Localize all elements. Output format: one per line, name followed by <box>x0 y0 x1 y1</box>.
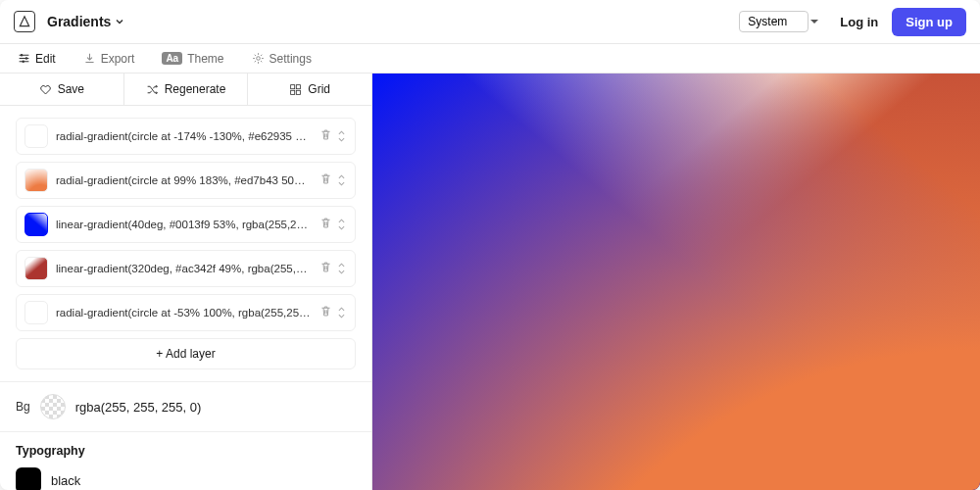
arrow-down-icon[interactable] <box>336 269 347 275</box>
svg-rect-5 <box>297 84 301 88</box>
font-select[interactable]: System <box>739 11 808 32</box>
svg-point-1 <box>25 57 27 59</box>
reorder-arrows <box>336 218 347 231</box>
layer-css-text: linear-gradient(40deg, #0013f9 53%, rgba… <box>56 219 312 230</box>
toolbar-theme-label: Theme <box>187 52 223 66</box>
sliders-icon <box>18 52 30 65</box>
arrow-down-icon[interactable] <box>336 180 347 187</box>
font-select-wrap[interactable]: System <box>739 11 824 32</box>
grid-button[interactable]: Grid <box>248 74 371 105</box>
page-title[interactable]: Gradients <box>47 14 124 29</box>
text-color-name: black <box>51 473 80 488</box>
page-title-text: Gradients <box>47 14 111 29</box>
regenerate-label: Regenerate <box>165 82 226 96</box>
toolbar-theme[interactable]: Aa Theme <box>162 52 223 66</box>
trash-icon <box>319 172 332 185</box>
trash-icon <box>319 128 332 141</box>
bg-value: rgba(255, 255, 255, 0) <box>75 400 202 415</box>
layer-controls <box>319 305 347 320</box>
svg-point-0 <box>21 54 23 56</box>
arrow-up-icon[interactable] <box>336 129 347 136</box>
toolbar-export[interactable]: Export <box>83 52 135 66</box>
save-label: Save <box>58 82 84 96</box>
reorder-arrows <box>336 306 347 319</box>
gear-icon <box>252 52 265 65</box>
theme-badge-icon: Aa <box>162 52 182 65</box>
layer-css-text: radial-gradient(circle at 99% 183%, #ed7… <box>56 174 312 186</box>
layer-swatch[interactable] <box>24 257 48 280</box>
typography-section: Typography black Text <box>0 431 371 490</box>
heart-icon <box>39 83 52 96</box>
delete-layer-button[interactable] <box>319 128 332 144</box>
layer-css-text: linear-gradient(320deg, #ac342f 49%, rgb… <box>56 263 312 274</box>
layer-controls <box>319 128 347 144</box>
background-row[interactable]: Bg rgba(255, 255, 255, 0) <box>0 381 371 431</box>
trash-icon <box>319 261 332 273</box>
toolbar-settings-label: Settings <box>270 52 312 66</box>
delete-layer-button[interactable] <box>319 172 332 188</box>
layer-swatch[interactable] <box>24 301 48 324</box>
chevron-down-icon <box>115 17 124 26</box>
login-link[interactable]: Log in <box>840 15 878 29</box>
shuffle-icon <box>146 83 159 96</box>
grid-icon <box>289 83 302 96</box>
arrow-up-icon[interactable] <box>336 173 347 180</box>
layer-swatch[interactable] <box>24 124 48 148</box>
svg-rect-4 <box>291 84 295 88</box>
grid-label: Grid <box>308 82 330 96</box>
trash-icon <box>319 217 332 229</box>
reorder-arrows <box>336 129 347 143</box>
arrow-down-icon[interactable] <box>336 313 347 319</box>
layer-row[interactable]: radial-gradient(circle at 99% 183%, #ed7… <box>16 162 356 199</box>
reorder-arrows <box>336 173 347 187</box>
layers-list: radial-gradient(circle at -174% -130%, #… <box>0 106 371 381</box>
bg-label: Bg <box>16 400 30 414</box>
layer-swatch[interactable] <box>24 169 48 192</box>
arrow-up-icon[interactable] <box>336 306 347 313</box>
main: Save Regenerate Grid radial-gradient(cir… <box>0 74 980 490</box>
app-logo <box>14 11 35 32</box>
signup-button[interactable]: Sign up <box>892 8 966 36</box>
arrow-up-icon[interactable] <box>336 262 347 269</box>
gradient-preview <box>372 74 980 490</box>
trash-icon <box>319 305 332 318</box>
delete-layer-button[interactable] <box>319 261 332 276</box>
toolbar: Edit Export Aa Theme Settings <box>0 44 980 74</box>
layer-css-text: radial-gradient(circle at -53% 100%, rgb… <box>56 307 312 318</box>
preview-canvas <box>372 74 980 490</box>
layer-row[interactable]: radial-gradient(circle at -53% 100%, rgb… <box>16 294 356 331</box>
save-button[interactable]: Save <box>0 74 124 105</box>
layer-row[interactable]: linear-gradient(40deg, #0013f9 53%, rgba… <box>16 206 356 243</box>
svg-rect-6 <box>291 90 295 94</box>
arrow-up-icon[interactable] <box>336 218 347 224</box>
svg-rect-7 <box>297 90 301 94</box>
svg-point-3 <box>256 57 260 61</box>
text-color-row[interactable]: black <box>16 467 356 490</box>
layer-swatch[interactable] <box>24 213 48 236</box>
layer-css-text: radial-gradient(circle at -174% -130%, #… <box>56 130 312 142</box>
add-layer-button[interactable]: + Add layer <box>16 338 356 369</box>
action-row: Save Regenerate Grid <box>0 74 371 106</box>
layer-row[interactable]: radial-gradient(circle at -174% -130%, #… <box>16 118 356 155</box>
toolbar-settings[interactable]: Settings <box>252 52 312 66</box>
delete-layer-button[interactable] <box>319 305 332 320</box>
download-icon <box>83 52 96 65</box>
layer-row[interactable]: linear-gradient(320deg, #ac342f 49%, rgb… <box>16 250 356 287</box>
svg-point-2 <box>22 61 24 63</box>
app-header: Gradients System Log in Sign up <box>0 0 980 44</box>
layer-controls <box>319 172 347 188</box>
toolbar-export-label: Export <box>101 52 135 66</box>
layer-controls <box>319 217 347 232</box>
sidebar: Save Regenerate Grid radial-gradient(cir… <box>0 74 372 490</box>
bg-swatch[interactable] <box>40 394 66 419</box>
arrow-down-icon[interactable] <box>336 224 347 231</box>
regenerate-button[interactable]: Regenerate <box>124 74 249 105</box>
text-color-swatch[interactable] <box>16 467 41 490</box>
toolbar-edit[interactable]: Edit <box>18 52 56 66</box>
typography-heading: Typography <box>16 444 356 458</box>
arrow-down-icon[interactable] <box>336 136 347 143</box>
delete-layer-button[interactable] <box>319 217 332 232</box>
reorder-arrows <box>336 262 347 275</box>
toolbar-edit-label: Edit <box>35 52 56 66</box>
layer-controls <box>319 261 347 276</box>
